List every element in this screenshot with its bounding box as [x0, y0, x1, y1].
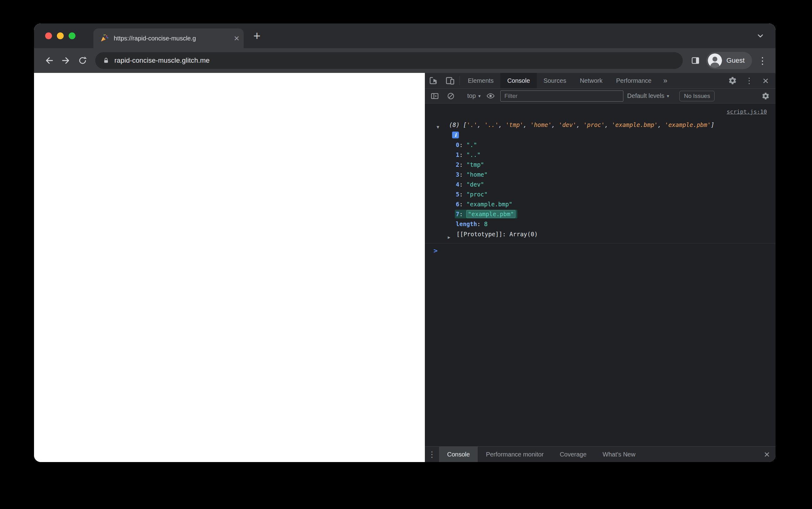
drawer-tab-what-s-new[interactable]: What's New [595, 447, 644, 462]
window-minimize-button[interactable] [57, 32, 64, 39]
item-value: "example.pbm" [466, 210, 516, 218]
address-bar[interactable]: rapid-concise-muscle.glitch.me [95, 52, 683, 69]
devtools-panel-tab-list: ElementsConsoleSourcesNetworkPerformance [461, 73, 658, 88]
context-selector[interactable]: top ▾ [467, 92, 480, 99]
prototype-value: Array(0) [509, 231, 538, 238]
tab-sources[interactable]: Sources [537, 73, 573, 88]
item-index: 0 [456, 141, 466, 148]
drawer-tab-list: ConsolePerformance monitorCoverageWhat's… [439, 447, 644, 462]
profile-name: Guest [726, 57, 745, 65]
forward-button[interactable] [58, 52, 74, 69]
devtools-tab-bar: ElementsConsoleSourcesNetworkPerformance… [425, 73, 776, 89]
array-length-row[interactable]: length8 [425, 219, 776, 229]
item-value: "tmp" [466, 161, 484, 168]
new-tab-button[interactable]: + [250, 29, 264, 43]
comma: , [576, 122, 584, 128]
evaluated-info-row: i [425, 130, 776, 140]
tab-console[interactable]: Console [500, 73, 536, 88]
array-item-1[interactable]: 1".." [425, 150, 776, 160]
length-value: 8 [484, 220, 488, 227]
preview-string: 'proc' [584, 122, 605, 128]
array-item-4[interactable]: 4"dev" [425, 179, 776, 189]
chevron-down-icon[interactable] [756, 31, 765, 40]
item-value: "proc" [466, 191, 488, 198]
tab-close-icon[interactable]: × [234, 34, 239, 43]
tab-performance[interactable]: Performance [610, 73, 659, 88]
collapse-triangle-icon[interactable]: ▼ [437, 122, 439, 132]
info-icon: i [452, 132, 459, 138]
tab-network[interactable]: Network [573, 73, 609, 88]
drawer-tab-coverage[interactable]: Coverage [552, 447, 595, 462]
array-count: (8) [449, 122, 463, 128]
comma: , [604, 122, 612, 128]
preview-string: 'dev' [559, 122, 576, 128]
array-item-list: 0"."1".."2"tmp"3"home"4"dev"5"proc"6"exa… [425, 140, 776, 219]
drawer-menu-icon[interactable]: ⋮ [425, 447, 439, 462]
array-item-5[interactable]: 5"proc" [425, 189, 776, 199]
browser-window: https://rapid-concise-muscle.g × + [34, 24, 776, 462]
more-tabs-icon[interactable]: » [658, 73, 672, 88]
caret-down-icon: ▾ [478, 93, 481, 99]
window-zoom-button[interactable] [69, 32, 75, 39]
context-label: top [467, 92, 476, 99]
live-expression-eye-icon[interactable] [484, 92, 497, 100]
item-index: 2 [456, 161, 466, 168]
party-popper-icon [100, 34, 109, 43]
settings-gear-icon[interactable] [724, 76, 741, 85]
item-value: "home" [466, 171, 488, 178]
devtools-drawer: ⋮ ConsolePerformance monitorCoverageWhat… [425, 446, 776, 462]
array-item-7[interactable]: 7"example.pbm" [425, 209, 776, 219]
source-location-link[interactable]: script.js:10 [727, 108, 767, 115]
preview-string: 'example.bmp' [612, 122, 658, 128]
profile-button[interactable]: Guest [706, 52, 752, 69]
comma: , [552, 122, 559, 128]
expand-triangle-icon[interactable]: ▶ [448, 232, 450, 242]
bracket: ] [711, 122, 714, 128]
devtools-menu-icon[interactable]: ⋮ [741, 76, 757, 86]
address-url: rapid-concise-muscle.glitch.me [115, 57, 210, 65]
devtools-close-icon[interactable]: × [757, 75, 774, 86]
highlighted-segment: 7"example.pbm" [455, 210, 517, 218]
item-value: "dev" [466, 181, 484, 188]
drawer-close-icon[interactable]: × [758, 447, 776, 462]
inspect-element-icon[interactable] [425, 73, 442, 88]
comma: , [498, 122, 506, 128]
bracket: [ [463, 122, 467, 128]
tab-elements[interactable]: Elements [461, 73, 500, 88]
console-log-entry[interactable]: ▼ (8) ['.', '..', 'tmp', 'home', 'dev', … [425, 120, 776, 129]
browser-menu-icon[interactable]: ⋮ [756, 55, 769, 66]
item-value: ".." [466, 151, 480, 158]
item-index: 6 [456, 201, 466, 208]
issues-badge[interactable]: No Issues [679, 91, 715, 101]
device-toolbar-icon[interactable] [442, 73, 458, 88]
prototype-row[interactable]: ▶ [[Prototype]]Array(0) [425, 229, 776, 239]
back-button[interactable] [41, 52, 58, 69]
array-item-0[interactable]: 0"." [425, 140, 776, 150]
devtools-tab-bar-right: ⋮ × [724, 73, 776, 88]
drawer-tab-console[interactable]: Console [439, 447, 478, 462]
item-index: 4 [456, 181, 466, 188]
drawer-tab-performance-monitor[interactable]: Performance monitor [478, 447, 552, 462]
reload-button[interactable] [74, 52, 91, 69]
clear-console-icon[interactable] [445, 92, 457, 100]
caret-down-icon: ▾ [667, 93, 669, 99]
console-settings-gear-icon[interactable] [759, 92, 772, 100]
array-item-3[interactable]: 3"home" [425, 170, 776, 179]
filter-input[interactable] [500, 91, 623, 102]
console-prompt-chevron-icon: > [434, 247, 438, 254]
tab-title: https://rapid-concise-muscle.g [114, 35, 232, 42]
devtools-panel: ElementsConsoleSourcesNetworkPerformance… [425, 73, 776, 462]
item-index: 5 [456, 191, 466, 198]
tab-strip: https://rapid-concise-muscle.g × + [34, 24, 776, 48]
log-levels-selector[interactable]: Default levels ▾ [627, 92, 669, 99]
array-item-2[interactable]: 2"tmp" [425, 160, 776, 170]
array-item-6[interactable]: 6"example.bmp" [425, 199, 776, 209]
side-panel-icon[interactable] [687, 52, 704, 69]
page-viewport[interactable] [34, 73, 425, 462]
browser-tab[interactable]: https://rapid-concise-muscle.g × [93, 28, 244, 48]
console-sidebar-icon[interactable] [429, 92, 441, 100]
window-close-button[interactable] [45, 32, 52, 39]
window-content: ElementsConsoleSourcesNetworkPerformance… [34, 73, 776, 462]
comma: , [477, 122, 485, 128]
console-prompt[interactable]: > [425, 243, 776, 258]
